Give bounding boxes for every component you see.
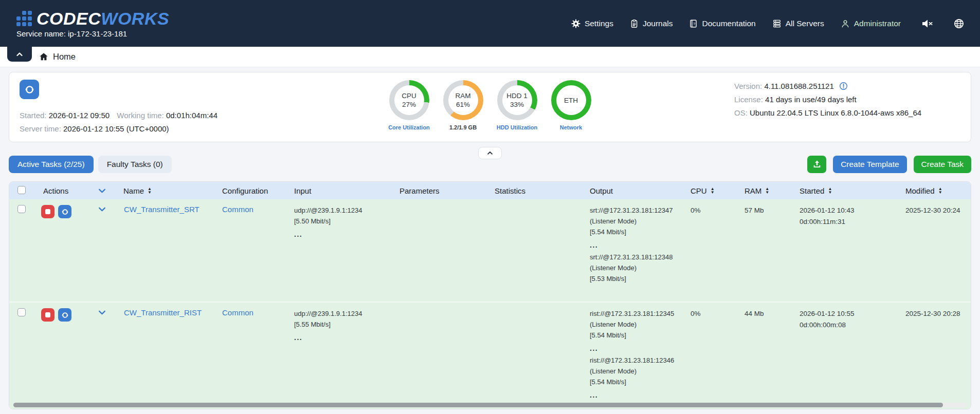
header-output: Output <box>590 186 613 195</box>
nav-settings[interactable]: Settings <box>571 19 613 28</box>
logo-codec: CODEC <box>37 9 101 28</box>
stop-task-button[interactable] <box>41 205 55 218</box>
tab-faulty-tasks[interactable]: Faulty Tasks (0) <box>98 156 172 173</box>
sort-cpu[interactable]: ▲▼ <box>711 187 715 194</box>
refresh-button[interactable] <box>20 80 39 99</box>
select-all-checkbox[interactable] <box>17 186 26 194</box>
statistics-cell <box>488 302 584 409</box>
output-mode: (Listener Mode) <box>590 319 681 330</box>
sort-name[interactable]: ▲▼ <box>148 187 152 194</box>
ram-gauge-value: 61% <box>456 100 470 109</box>
version-value: 4.11.081688.251121 <box>764 82 833 90</box>
output-more-toggle[interactable]: ... <box>590 391 681 399</box>
input-more-toggle[interactable]: ... <box>294 333 390 342</box>
cpu-gauge-label: Core Utilization <box>388 124 430 130</box>
navbar-collapse-tab[interactable] <box>7 47 32 62</box>
header-statistics: Statistics <box>495 186 525 195</box>
top-navbar: CODECWORKS Service name: ip-172-31-23-18… <box>0 0 980 47</box>
nav-journals-label: Journals <box>643 19 673 28</box>
brand[interactable]: CODECWORKS Service name: ip-172-31-23-18… <box>16 9 169 38</box>
sort-started[interactable]: ▲▼ <box>828 187 832 194</box>
nav-settings-label: Settings <box>585 19 613 28</box>
header-input: Input <box>294 186 311 195</box>
sort-ram[interactable]: ▲▼ <box>765 187 769 194</box>
output-url: srt://@172.31.23.181:12347 <box>590 205 681 216</box>
expand-row-chevron-icon[interactable] <box>98 205 114 214</box>
os-line: OS: Ubuntu 22.04.5 LTS Linux 6.8.0-1044-… <box>734 106 960 120</box>
tab-active-tasks[interactable]: Active Tasks (2/25) <box>9 156 94 173</box>
input-more-toggle[interactable]: ... <box>294 230 390 238</box>
input-rate: [5.55 Mbit/s] <box>294 319 390 330</box>
cpu-value: 0% <box>691 205 735 216</box>
info-icon[interactable] <box>839 82 848 90</box>
statistics-cell <box>488 199 584 302</box>
create-task-button[interactable]: Create Task <box>914 156 971 173</box>
refresh-icon <box>61 311 69 319</box>
restart-task-button[interactable] <box>58 308 71 322</box>
started-value: 2026-01-12 09:50 <box>49 111 110 120</box>
mute-button[interactable] <box>920 17 934 30</box>
speaker-muted-icon <box>920 17 934 30</box>
output-mode: (Listener Mode) <box>590 366 681 377</box>
restart-task-button[interactable] <box>58 205 71 218</box>
app-logo: CODECWORKS <box>37 9 169 28</box>
ram-value: 44 Mb <box>745 308 790 319</box>
expand-row-chevron-icon[interactable] <box>98 308 114 317</box>
horizontal-scrollbar[interactable] <box>13 403 967 407</box>
parameters-cell <box>393 302 488 409</box>
stop-task-button[interactable] <box>41 308 55 322</box>
stop-icon <box>45 312 50 317</box>
import-task-button[interactable] <box>807 156 826 173</box>
nav-all-servers[interactable]: All Servers <box>772 19 824 28</box>
task-config-link[interactable]: Common <box>222 205 253 214</box>
row-checkbox[interactable] <box>17 308 26 316</box>
expand-all-chevron-icon[interactable] <box>98 186 115 195</box>
output-url: rist://@172.31.23.181:12346 <box>590 355 681 366</box>
stop-icon <box>45 209 50 214</box>
started-label: Started: <box>20 111 47 120</box>
output-rate: [5.54 Mbit/s] <box>590 377 681 387</box>
task-config-link[interactable]: Common <box>222 308 253 317</box>
license-line: License: 41 days in use/49 days left <box>734 93 960 106</box>
uptime-value: 0d:00h:00m:08 <box>800 319 896 331</box>
sort-modified[interactable]: ▲▼ <box>938 187 942 194</box>
modified-value: 2025-12-30 20:24 <box>905 205 968 216</box>
table-row: CW_Transmitter_RIST Common udp://@239.1.… <box>9 302 971 409</box>
header-parameters: Parameters <box>400 186 440 195</box>
cpu-gauge-name: CPU <box>402 91 416 100</box>
logo-grid-icon <box>16 11 32 26</box>
input-url: udp://@239.1.9.1:1234 <box>294 205 390 216</box>
system-info: Version: 4.11.081688.251121 License: 41 … <box>734 80 960 136</box>
output-rate: [5.53 Mbit/s] <box>590 273 681 284</box>
hdd-gauge: HDD 1 33% HDD Utilization <box>495 80 540 130</box>
license-label: License: <box>734 95 763 104</box>
breadcrumb-home[interactable]: Home <box>39 52 76 62</box>
tasks-table-card: Actions Name▲▼ Configuration Input Param… <box>9 181 971 409</box>
cpu-gauge-value: 27% <box>402 100 416 109</box>
working-time-value: 0d:01h:04m:44 <box>166 111 217 120</box>
task-name-link[interactable]: CW_Transmitter_SRT <box>124 205 199 214</box>
ram-gauge: RAM 61% 1.2/1.9 GB <box>441 80 486 130</box>
navbar-menu: Settings Journals ? Documentation <box>571 17 965 30</box>
parameters-cell <box>393 199 488 302</box>
panel-collapse-button[interactable] <box>478 147 502 159</box>
scrollbar-thumb[interactable] <box>13 403 943 407</box>
breadcrumb-bar: Home <box>0 47 980 67</box>
nav-documentation-label: Documentation <box>702 19 755 28</box>
output-more-toggle[interactable]: ... <box>590 241 681 249</box>
create-template-button[interactable]: Create Template <box>833 156 906 173</box>
chevron-up-icon <box>486 149 494 157</box>
input-rate: [5.50 Mbit/s] <box>294 216 390 227</box>
output-more-toggle[interactable]: ... <box>590 344 681 352</box>
task-name-link[interactable]: CW_Transmitter_RIST <box>124 308 202 317</box>
modified-value: 2025-12-30 20:28 <box>905 308 968 319</box>
breadcrumb-home-label: Home <box>53 52 76 62</box>
nav-administrator[interactable]: Administrator <box>841 19 901 28</box>
language-globe-button[interactable] <box>953 18 965 29</box>
nav-journals[interactable]: Journals <box>630 19 673 28</box>
header-configuration: Configuration <box>222 186 268 195</box>
nav-documentation[interactable]: ? Documentation <box>689 19 755 28</box>
hdd-gauge-name: HDD 1 <box>506 91 528 100</box>
clipboard-icon <box>630 19 639 28</box>
row-checkbox[interactable] <box>17 205 26 213</box>
